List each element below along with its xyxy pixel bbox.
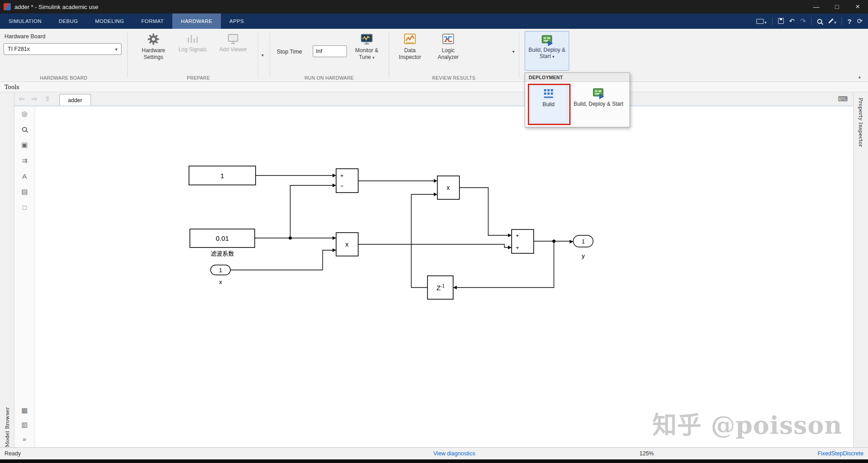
model-browser-collapsed-panel[interactable]: Model Browser: [0, 92, 14, 447]
monitor-tune-icon: [360, 32, 373, 46]
ribbon-tabstrip: SIMULATION DEBUG MODELING FORMAT HARDWAR…: [0, 13, 868, 29]
build-deploy-icon: [540, 33, 554, 47]
tab-format[interactable]: FORMAT: [133, 13, 172, 29]
search-icon: [817, 19, 822, 24]
block-constant-1[interactable]: 1: [189, 166, 256, 185]
signal-prod2-to-sum2[interactable]: [459, 188, 508, 235]
menu-item-build[interactable]: Build: [530, 85, 567, 123]
document-tab-adder[interactable]: adder: [59, 94, 91, 106]
branch-point: [553, 240, 556, 243]
prepare-gallery-button[interactable]: ▾: [258, 32, 267, 77]
block-caption-outport: y: [582, 252, 585, 259]
arrow-icon: [434, 179, 437, 183]
layout-button[interactable]: ▾: [756, 18, 767, 25]
signal-prod1-to-sum2[interactable]: [358, 244, 508, 247]
svg-text:1: 1: [581, 238, 585, 245]
deployment-menu: DEPLOYMENT Build Bu: [525, 72, 630, 127]
block-unit-delay[interactable]: Z-1: [427, 276, 453, 299]
help-button[interactable]: ?: [847, 18, 851, 25]
search-button[interactable]: [817, 18, 822, 25]
signal-branch-to-delay[interactable]: [457, 241, 554, 288]
undo-button[interactable]: ↶: [789, 17, 795, 25]
solver-link[interactable]: FixedStepDiscrete: [818, 450, 864, 457]
hardware-board-select[interactable]: TI F281x ▾: [4, 43, 121, 55]
annotate-button[interactable]: ▾: [828, 18, 837, 25]
tab-modeling[interactable]: MODELING: [86, 13, 133, 29]
stop-time-input[interactable]: [313, 45, 347, 57]
model-canvas[interactable]: 1 0.01 滤波系数 1 x: [35, 106, 853, 447]
block-caption-filter-coeff: 滤波系数: [211, 250, 234, 257]
chevron-down-icon: ▾: [115, 47, 117, 52]
view-diagnostics-link[interactable]: View diagnostics: [433, 450, 475, 457]
viewer-icon: [227, 32, 239, 45]
hide-explorer-bar-icon[interactable]: ◎: [22, 110, 27, 118]
save-icon: [778, 18, 784, 24]
tab-hardware[interactable]: HARDWARE: [172, 13, 221, 29]
screenshot-icon[interactable]: ▥: [21, 421, 27, 429]
hardware-board-label: Hardware Board: [4, 33, 45, 40]
section-run-on-hardware: Stop Time Monitor & Tune ▾ RUN ON HARDWA…: [270, 29, 389, 82]
keyboard-shortcuts-icon[interactable]: ⌨: [838, 95, 853, 103]
monitor-tune-button[interactable]: Monitor & Tune ▾: [351, 31, 383, 68]
expand-palette-icon[interactable]: »: [22, 435, 26, 443]
menu-item-build-deploy-start[interactable]: Build, Deploy & Start: [571, 85, 626, 123]
collapse-ribbon-button[interactable]: ▴: [858, 74, 861, 80]
gear-icon: [147, 32, 160, 46]
menu-item-build-label: Build: [543, 101, 555, 108]
tab-simulation[interactable]: SIMULATION: [0, 13, 50, 29]
menu-item-build-deploy-start-label: Build, Deploy & Start: [574, 101, 624, 108]
log-signals-button: Log Signals: [178, 31, 207, 68]
block-constant-filter-coeff[interactable]: 0.01: [190, 229, 255, 247]
tab-apps[interactable]: APPS: [221, 13, 252, 29]
redo-button: ↷: [800, 17, 806, 25]
deployment-menu-header: DEPLOYMENT: [525, 73, 630, 82]
auto-arrange-icon[interactable]: ⇉: [22, 157, 27, 165]
property-inspector-label: Property Inspector: [858, 98, 864, 447]
viewmarks-icon[interactable]: ▦: [21, 406, 27, 414]
block-outport-y[interactable]: 1: [573, 235, 593, 247]
model-browser-label: Model Browser: [4, 98, 10, 447]
close-button[interactable]: ×: [847, 0, 868, 13]
review-gallery-button[interactable]: ▾: [509, 45, 518, 58]
annotation-icon[interactable]: A: [22, 172, 27, 180]
block-sum2[interactable]: + +: [512, 229, 534, 253]
logic-analyzer-button[interactable]: Logic Analyzer: [433, 31, 463, 68]
block-product2[interactable]: x: [437, 176, 459, 199]
pen-icon: [828, 18, 833, 24]
area-annotation-icon[interactable]: □: [22, 203, 27, 211]
toolbar-separator: [841, 17, 842, 25]
save-button[interactable]: [778, 18, 784, 25]
data-inspector-label: Data Inspector: [395, 47, 425, 61]
arrow-icon: [333, 248, 336, 252]
property-inspector-collapsed-panel[interactable]: Property Inspector: [853, 92, 868, 447]
block-product1[interactable]: x: [336, 233, 358, 256]
tab-debug[interactable]: DEBUG: [50, 13, 86, 29]
stop-time-label: Stop Time: [277, 49, 302, 55]
section-label: REVIEW RESULTS: [389, 75, 519, 81]
signal-branch-to-sum1-minus[interactable]: [290, 185, 333, 238]
svg-text:1: 1: [220, 172, 224, 180]
taskbar-sliver: [0, 459, 868, 463]
section-prepare: Hardware Settings Log Signals Add Viewer…: [127, 29, 270, 82]
forward-icon: ⇨: [32, 95, 38, 103]
signal-inport-to-prod1[interactable]: [230, 250, 333, 270]
block-sum1[interactable]: + −: [336, 169, 358, 193]
document-tab-bar: ⇦ ⇨ ⇧ adder ⌨: [14, 92, 853, 106]
svg-text:+: +: [516, 232, 519, 239]
minimize-button[interactable]: —: [806, 0, 827, 13]
section-review-results: Data Inspector Logic Analyzer ▾ REVIEW R…: [389, 29, 519, 82]
zoom-icon: [22, 127, 27, 132]
build-deploy-start-button[interactable]: Build, Deploy & Start ▾: [525, 31, 569, 71]
updates-button[interactable]: ⟳: [857, 17, 863, 25]
ribbon-hardware: Hardware Board TI F281x ▾ HARDWARE BOARD: [0, 29, 868, 82]
data-inspector-button[interactable]: Data Inspector: [395, 31, 425, 68]
hardware-settings-button[interactable]: Hardware Settings: [135, 31, 172, 68]
fit-to-view-icon[interactable]: ▣: [21, 141, 27, 149]
block-inport-x[interactable]: 1: [211, 265, 230, 275]
signal-delay-to-prod2[interactable]: [411, 194, 434, 288]
image-annotation-icon[interactable]: ▤: [21, 188, 27, 196]
maximize-button[interactable]: □: [827, 0, 847, 13]
arrow-icon: [453, 286, 457, 289]
chevron-down-icon: ▾: [553, 54, 555, 59]
zoom-button[interactable]: [22, 126, 27, 133]
